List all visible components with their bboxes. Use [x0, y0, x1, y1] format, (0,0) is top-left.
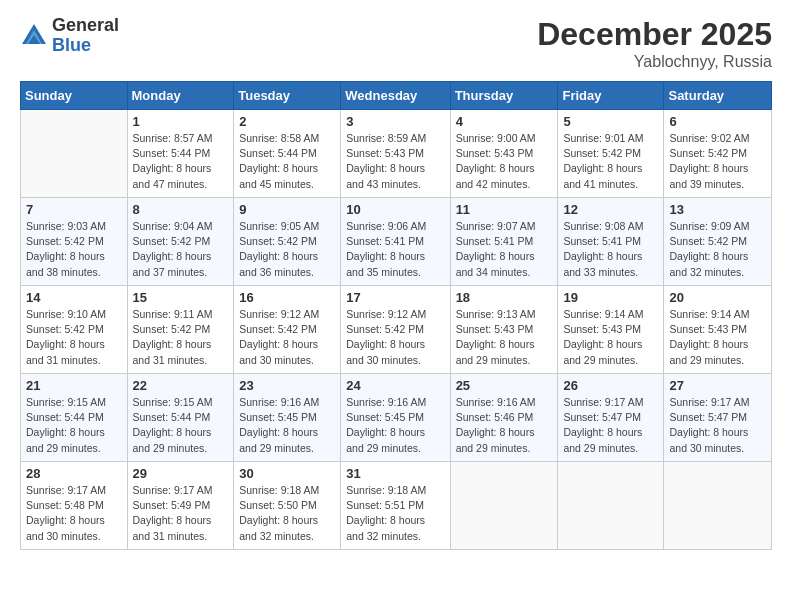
day-info: Sunrise: 9:14 AM Sunset: 5:43 PM Dayligh… — [669, 307, 766, 368]
day-cell — [21, 110, 128, 198]
day-info: Sunrise: 9:01 AM Sunset: 5:42 PM Dayligh… — [563, 131, 658, 192]
day-number: 26 — [563, 378, 658, 393]
day-number: 10 — [346, 202, 444, 217]
day-number: 24 — [346, 378, 444, 393]
day-info: Sunrise: 9:16 AM Sunset: 5:45 PM Dayligh… — [239, 395, 335, 456]
day-number: 31 — [346, 466, 444, 481]
day-number: 6 — [669, 114, 766, 129]
day-cell: 20Sunrise: 9:14 AM Sunset: 5:43 PM Dayli… — [664, 286, 772, 374]
day-cell: 15Sunrise: 9:11 AM Sunset: 5:42 PM Dayli… — [127, 286, 234, 374]
day-info: Sunrise: 9:04 AM Sunset: 5:42 PM Dayligh… — [133, 219, 229, 280]
day-number: 13 — [669, 202, 766, 217]
day-cell: 28Sunrise: 9:17 AM Sunset: 5:48 PM Dayli… — [21, 462, 128, 550]
day-number: 30 — [239, 466, 335, 481]
logo-text: General Blue — [52, 16, 119, 56]
day-info: Sunrise: 9:18 AM Sunset: 5:51 PM Dayligh… — [346, 483, 444, 544]
day-cell: 10Sunrise: 9:06 AM Sunset: 5:41 PM Dayli… — [341, 198, 450, 286]
day-number: 12 — [563, 202, 658, 217]
day-number: 28 — [26, 466, 122, 481]
day-cell: 6Sunrise: 9:02 AM Sunset: 5:42 PM Daylig… — [664, 110, 772, 198]
day-cell: 5Sunrise: 9:01 AM Sunset: 5:42 PM Daylig… — [558, 110, 664, 198]
day-cell: 31Sunrise: 9:18 AM Sunset: 5:51 PM Dayli… — [341, 462, 450, 550]
day-info: Sunrise: 8:58 AM Sunset: 5:44 PM Dayligh… — [239, 131, 335, 192]
day-cell: 18Sunrise: 9:13 AM Sunset: 5:43 PM Dayli… — [450, 286, 558, 374]
day-number: 20 — [669, 290, 766, 305]
week-row-1: 1Sunrise: 8:57 AM Sunset: 5:44 PM Daylig… — [21, 110, 772, 198]
day-cell: 26Sunrise: 9:17 AM Sunset: 5:47 PM Dayli… — [558, 374, 664, 462]
header-cell-sunday: Sunday — [21, 82, 128, 110]
header-row: SundayMondayTuesdayWednesdayThursdayFrid… — [21, 82, 772, 110]
day-info: Sunrise: 9:16 AM Sunset: 5:45 PM Dayligh… — [346, 395, 444, 456]
week-row-3: 14Sunrise: 9:10 AM Sunset: 5:42 PM Dayli… — [21, 286, 772, 374]
day-cell: 27Sunrise: 9:17 AM Sunset: 5:47 PM Dayli… — [664, 374, 772, 462]
day-number: 19 — [563, 290, 658, 305]
title-section: December 2025 Yablochnyy, Russia — [537, 16, 772, 71]
day-cell: 7Sunrise: 9:03 AM Sunset: 5:42 PM Daylig… — [21, 198, 128, 286]
day-number: 22 — [133, 378, 229, 393]
day-info: Sunrise: 9:17 AM Sunset: 5:47 PM Dayligh… — [669, 395, 766, 456]
day-cell: 23Sunrise: 9:16 AM Sunset: 5:45 PM Dayli… — [234, 374, 341, 462]
day-info: Sunrise: 9:17 AM Sunset: 5:47 PM Dayligh… — [563, 395, 658, 456]
day-info: Sunrise: 9:18 AM Sunset: 5:50 PM Dayligh… — [239, 483, 335, 544]
logo-general: General — [52, 16, 119, 36]
header-cell-saturday: Saturday — [664, 82, 772, 110]
day-info: Sunrise: 9:11 AM Sunset: 5:42 PM Dayligh… — [133, 307, 229, 368]
day-cell: 14Sunrise: 9:10 AM Sunset: 5:42 PM Dayli… — [21, 286, 128, 374]
header-cell-thursday: Thursday — [450, 82, 558, 110]
location-subtitle: Yablochnyy, Russia — [537, 53, 772, 71]
day-info: Sunrise: 8:59 AM Sunset: 5:43 PM Dayligh… — [346, 131, 444, 192]
day-number: 9 — [239, 202, 335, 217]
day-cell: 12Sunrise: 9:08 AM Sunset: 5:41 PM Dayli… — [558, 198, 664, 286]
day-cell: 21Sunrise: 9:15 AM Sunset: 5:44 PM Dayli… — [21, 374, 128, 462]
day-cell: 4Sunrise: 9:00 AM Sunset: 5:43 PM Daylig… — [450, 110, 558, 198]
day-cell: 3Sunrise: 8:59 AM Sunset: 5:43 PM Daylig… — [341, 110, 450, 198]
week-row-2: 7Sunrise: 9:03 AM Sunset: 5:42 PM Daylig… — [21, 198, 772, 286]
day-number: 11 — [456, 202, 553, 217]
day-info: Sunrise: 9:08 AM Sunset: 5:41 PM Dayligh… — [563, 219, 658, 280]
day-number: 27 — [669, 378, 766, 393]
day-info: Sunrise: 9:05 AM Sunset: 5:42 PM Dayligh… — [239, 219, 335, 280]
day-cell: 8Sunrise: 9:04 AM Sunset: 5:42 PM Daylig… — [127, 198, 234, 286]
logo-icon — [20, 22, 48, 50]
day-info: Sunrise: 9:12 AM Sunset: 5:42 PM Dayligh… — [239, 307, 335, 368]
day-cell — [558, 462, 664, 550]
day-number: 18 — [456, 290, 553, 305]
day-info: Sunrise: 9:12 AM Sunset: 5:42 PM Dayligh… — [346, 307, 444, 368]
day-info: Sunrise: 9:15 AM Sunset: 5:44 PM Dayligh… — [133, 395, 229, 456]
day-cell: 17Sunrise: 9:12 AM Sunset: 5:42 PM Dayli… — [341, 286, 450, 374]
day-number: 2 — [239, 114, 335, 129]
day-cell: 1Sunrise: 8:57 AM Sunset: 5:44 PM Daylig… — [127, 110, 234, 198]
day-info: Sunrise: 9:16 AM Sunset: 5:46 PM Dayligh… — [456, 395, 553, 456]
day-info: Sunrise: 9:00 AM Sunset: 5:43 PM Dayligh… — [456, 131, 553, 192]
day-number: 4 — [456, 114, 553, 129]
day-cell: 9Sunrise: 9:05 AM Sunset: 5:42 PM Daylig… — [234, 198, 341, 286]
day-info: Sunrise: 9:17 AM Sunset: 5:49 PM Dayligh… — [133, 483, 229, 544]
calendar-table: SundayMondayTuesdayWednesdayThursdayFrid… — [20, 81, 772, 550]
day-info: Sunrise: 9:13 AM Sunset: 5:43 PM Dayligh… — [456, 307, 553, 368]
day-cell: 29Sunrise: 9:17 AM Sunset: 5:49 PM Dayli… — [127, 462, 234, 550]
day-cell: 24Sunrise: 9:16 AM Sunset: 5:45 PM Dayli… — [341, 374, 450, 462]
day-info: Sunrise: 9:10 AM Sunset: 5:42 PM Dayligh… — [26, 307, 122, 368]
day-info: Sunrise: 9:17 AM Sunset: 5:48 PM Dayligh… — [26, 483, 122, 544]
header-cell-tuesday: Tuesday — [234, 82, 341, 110]
day-number: 17 — [346, 290, 444, 305]
header-cell-wednesday: Wednesday — [341, 82, 450, 110]
week-row-5: 28Sunrise: 9:17 AM Sunset: 5:48 PM Dayli… — [21, 462, 772, 550]
day-cell: 16Sunrise: 9:12 AM Sunset: 5:42 PM Dayli… — [234, 286, 341, 374]
day-info: Sunrise: 9:06 AM Sunset: 5:41 PM Dayligh… — [346, 219, 444, 280]
month-title: December 2025 — [537, 16, 772, 53]
day-cell: 13Sunrise: 9:09 AM Sunset: 5:42 PM Dayli… — [664, 198, 772, 286]
day-cell — [450, 462, 558, 550]
day-cell: 2Sunrise: 8:58 AM Sunset: 5:44 PM Daylig… — [234, 110, 341, 198]
logo-blue: Blue — [52, 36, 119, 56]
day-info: Sunrise: 9:02 AM Sunset: 5:42 PM Dayligh… — [669, 131, 766, 192]
day-cell: 11Sunrise: 9:07 AM Sunset: 5:41 PM Dayli… — [450, 198, 558, 286]
day-number: 3 — [346, 114, 444, 129]
day-number: 16 — [239, 290, 335, 305]
day-number: 29 — [133, 466, 229, 481]
day-info: Sunrise: 9:09 AM Sunset: 5:42 PM Dayligh… — [669, 219, 766, 280]
day-cell: 30Sunrise: 9:18 AM Sunset: 5:50 PM Dayli… — [234, 462, 341, 550]
day-number: 21 — [26, 378, 122, 393]
day-number: 1 — [133, 114, 229, 129]
day-info: Sunrise: 9:03 AM Sunset: 5:42 PM Dayligh… — [26, 219, 122, 280]
